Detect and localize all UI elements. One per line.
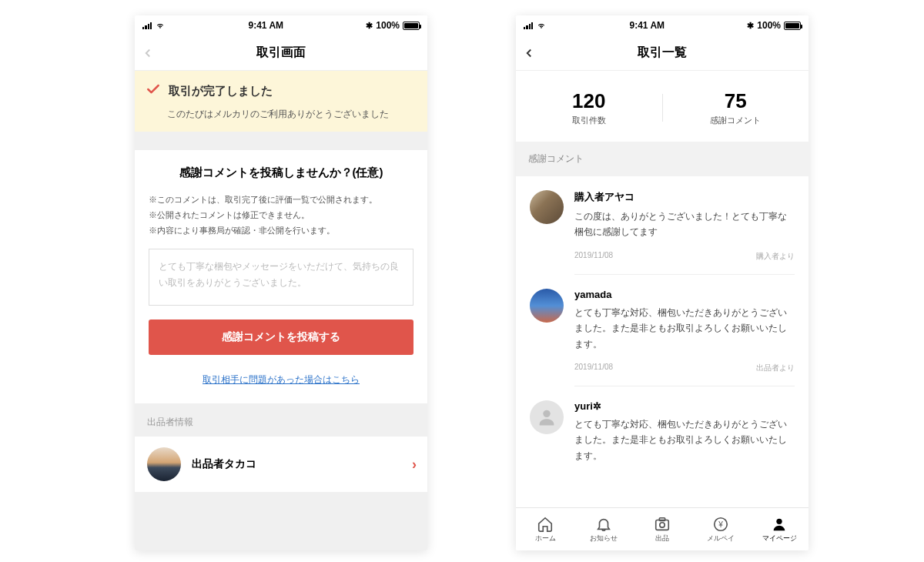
seller-avatar (147, 447, 181, 481)
clock: 9:41 AM (630, 20, 665, 31)
battery-icon (403, 22, 420, 30)
stat-label: 感謝コメント (663, 115, 809, 126)
status-bar: 9:41 AM ✱ 100% (135, 15, 427, 35)
svg-rect-3 (659, 517, 665, 520)
tab-label: メルペイ (707, 534, 735, 544)
card-notes: ※このコメントは、取引完了後に評価一覧で公開されます。 ※公開されたコメントは修… (149, 192, 413, 238)
nav-header: 取引画面 (135, 35, 427, 71)
commenter-name: yamada (574, 289, 795, 300)
note-line: ※このコメントは、取引完了後に評価一覧で公開されます。 (149, 192, 413, 208)
tab-label: マイページ (762, 534, 797, 544)
note-line: ※内容により事務局が確認・非公開を行います。 (149, 223, 413, 239)
wifi-icon (536, 20, 547, 31)
comment-text: この度は、ありがとうございました！とても丁寧な梱包に感謝してます (574, 209, 795, 240)
phone-transaction-list: 9:41 AM ✱ 100% 取引一覧 120 取引件数 75 感謝コメント 感… (516, 15, 808, 550)
stat-transactions: 120 取引件数 (516, 89, 662, 126)
battery-icon (784, 22, 801, 30)
svg-rect-1 (656, 520, 669, 530)
comment-card: 感謝コメントを投稿しませんか？(任意) ※このコメントは、取引完了後に評価一覧で… (135, 150, 427, 403)
commenter-avatar (530, 190, 564, 224)
comment-list[interactable]: 購入者アヤコ この度は、ありがとうございました！とても丁寧な梱包に感謝してます … (516, 176, 808, 463)
tab-merpay[interactable]: ¥ メルペイ (691, 508, 750, 550)
comments-section-header: 感謝コメント (516, 142, 808, 176)
chevron-right-icon: › (412, 457, 417, 473)
comment-item[interactable]: yuri✲ とても丁寧な対応、梱包いただきありがとうございました。また是非ともお… (516, 386, 808, 463)
comment-item[interactable]: 購入者アヤコ この度は、ありがとうございました！とても丁寧な梱包に感謝してます … (516, 176, 808, 275)
bluetooth-icon: ✱ (366, 21, 373, 31)
svg-point-2 (660, 522, 665, 527)
commenter-name: yuri✲ (574, 400, 795, 412)
stat-comments: 75 感謝コメント (663, 89, 809, 126)
signal-icon (524, 22, 533, 29)
battery-percentage: 100% (376, 20, 400, 31)
back-button[interactable] (522, 43, 536, 63)
tab-label: ホーム (535, 534, 556, 544)
comment-item[interactable]: yamada とても丁寧な対応、梱包いただきありがとうございました。また是非とも… (516, 275, 808, 386)
commenter-name: 購入者アヤコ (574, 190, 795, 204)
stats-row: 120 取引件数 75 感謝コメント (516, 71, 808, 142)
stat-number: 75 (663, 89, 809, 113)
signal-icon (142, 22, 152, 29)
banner-title: 取引が完了しました (169, 84, 273, 99)
seller-name: 出品者タカコ (192, 457, 256, 471)
page-title: 取引画面 (256, 45, 306, 61)
note-line: ※公開されたコメントは修正できません。 (149, 208, 413, 223)
comment-textarea[interactable]: とても丁寧な梱包やメッセージをいただけて、気持ちの良い取引をありがとうございまし… (149, 249, 413, 306)
seller-row[interactable]: 出品者タカコ › (135, 437, 427, 492)
commenter-avatar (530, 289, 564, 323)
phone-transaction-screen: 9:41 AM ✱ 100% 取引画面 取引が完了しました このたびはメルカリの… (135, 15, 427, 550)
card-title: 感謝コメントを投稿しませんか？(任意) (149, 166, 413, 180)
seller-section-label: 出品者情報 (135, 403, 427, 437)
back-button[interactable] (141, 43, 155, 63)
nav-header: 取引一覧 (516, 35, 808, 71)
comment-text: とても丁寧な対応、梱包いただきありがとうございました。また是非ともお取引よろしく… (574, 305, 795, 352)
comment-date: 2019/11/08 (574, 363, 613, 373)
trouble-link[interactable]: 取引相手に問題があった場合はこちら (203, 374, 360, 385)
tab-mypage[interactable]: マイページ (750, 508, 808, 550)
comment-date: 2019/11/08 (574, 251, 613, 262)
status-bar: 9:41 AM ✱ 100% (516, 15, 808, 35)
svg-text:¥: ¥ (718, 520, 723, 528)
tab-label: お知らせ (590, 534, 618, 544)
bluetooth-icon: ✱ (747, 21, 754, 31)
tab-notifications[interactable]: お知らせ (574, 508, 633, 550)
commenter-avatar (530, 400, 564, 434)
stat-label: 取引件数 (516, 115, 662, 126)
stat-number: 120 (516, 89, 662, 113)
comment-role: 購入者より (756, 251, 795, 262)
comment-text: とても丁寧な対応、梱包いただきありがとうございました。また是非ともお取引よろしく… (574, 416, 795, 463)
banner-subtitle: このたびはメルカリのご利用ありがとうございました (167, 108, 417, 121)
wifi-icon (155, 20, 166, 31)
completion-banner: 取引が完了しました このたびはメルカリのご利用ありがとうございました (135, 71, 427, 132)
comment-role: 出品者より (756, 363, 795, 373)
clock: 9:41 AM (249, 20, 284, 31)
tab-home[interactable]: ホーム (516, 508, 574, 550)
tab-label: 出品 (655, 534, 669, 544)
svg-point-0 (543, 410, 550, 417)
tab-listing[interactable]: 出品 (633, 508, 691, 550)
submit-comment-button[interactable]: 感謝コメントを投稿する (149, 319, 413, 355)
page-title: 取引一覧 (638, 45, 687, 61)
svg-point-6 (776, 518, 782, 524)
battery-percentage: 100% (757, 20, 781, 31)
check-icon (146, 82, 161, 100)
bottom-tab-bar: ホーム お知らせ 出品 ¥ メルペイ マイページ (516, 507, 808, 550)
